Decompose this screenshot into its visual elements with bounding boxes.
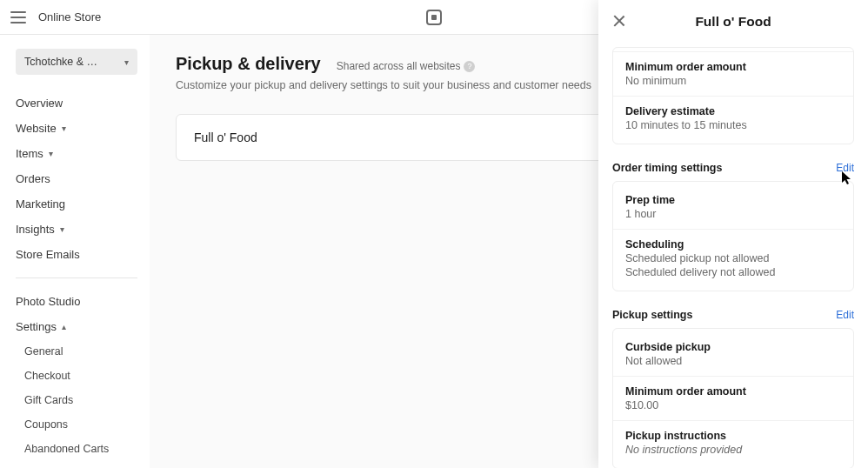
chevron-up-icon: ▴ (62, 322, 66, 331)
sidebar-item-insights[interactable]: Insights ▾ (16, 217, 137, 242)
square-logo-icon (426, 10, 442, 25)
sidebar-sub-abandoned-carts[interactable]: Abandoned Carts (16, 437, 137, 461)
shared-scope-text: Shared across all websites (337, 60, 461, 72)
site-switcher[interactable]: Tchotchke & Hu... ▾ (16, 49, 137, 75)
sidebar-item-label: Settings (16, 320, 57, 333)
sidebar-item-label: Website (16, 122, 57, 135)
field-value: 1 hour (625, 208, 841, 220)
chevron-down-icon: ▾ (124, 57, 129, 67)
chevron-down-icon: ▾ (49, 149, 53, 158)
panel-title: Full o' Food (695, 14, 771, 30)
pickup-card: Curbside pickup Not allowed Minimum orde… (612, 328, 854, 468)
location-card[interactable]: Full o' Food (176, 114, 645, 161)
sidebar-item-label: Insights (16, 223, 55, 236)
sidebar-item-settings[interactable]: Settings ▴ (16, 314, 137, 339)
field-value: $10.00 (625, 399, 841, 411)
sidebar: Tchotchke & Hu... ▾ Overview Website ▾ I… (0, 35, 150, 468)
sidebar-item-label: Overview (16, 97, 63, 110)
sidebar-item-overview[interactable]: Overview (16, 90, 137, 116)
sidebar-item-items[interactable]: Items ▾ (16, 141, 137, 166)
section-title-order-timing: Order timing settings (612, 162, 722, 174)
field-label: Curbside pickup (625, 341, 841, 353)
sidebar-item-label: Photo Studio (16, 295, 80, 308)
field-label: Minimum order amount (625, 61, 841, 73)
sidebar-sub-checkout[interactable]: Checkout (16, 364, 137, 388)
sidebar-sub-coupons[interactable]: Coupons (16, 412, 137, 437)
section-title-pickup: Pickup settings (612, 309, 692, 321)
field-value: No minimum (625, 75, 841, 87)
page-title: Pickup & delivery (176, 54, 321, 74)
details-panel: Full o' Food Minimum order amount No min… (598, 0, 868, 468)
field-value: Scheduled pickup not allowed (625, 252, 841, 264)
edit-pickup-link[interactable]: Edit (836, 309, 854, 321)
app-brand: Online Store (38, 10, 101, 23)
sidebar-item-label: Marketing (16, 197, 65, 211)
sidebar-sub-gift-cards[interactable]: Gift Cards (16, 388, 137, 412)
sidebar-item-orders[interactable]: Orders (16, 166, 137, 191)
delivery-settings-card: Minimum order amount No minimum Delivery… (612, 47, 854, 144)
sidebar-item-photo-studio[interactable]: Photo Studio (16, 289, 137, 314)
field-label: Pickup instructions (625, 430, 841, 442)
field-value: 10 minutes to 15 minutes (625, 119, 841, 131)
menu-icon[interactable] (10, 11, 26, 23)
edit-order-timing-link[interactable]: Edit (836, 162, 854, 174)
sidebar-sub-general[interactable]: General (16, 339, 137, 364)
page-subtitle: Customize your pickup and delivery setti… (176, 79, 645, 91)
sidebar-item-label: Orders (16, 172, 50, 185)
sidebar-item-marketing[interactable]: Marketing (16, 191, 137, 217)
field-value: Scheduled delivery not allowed (625, 266, 841, 278)
order-timing-card: Prep time 1 hour Scheduling Scheduled pi… (612, 181, 854, 291)
sidebar-item-website[interactable]: Website ▾ (16, 116, 137, 141)
location-card-title: Full o' Food (194, 130, 627, 144)
chevron-down-icon: ▾ (60, 224, 64, 234)
field-label: Minimum order amount (625, 385, 841, 398)
shared-scope-label: Shared across all websites ? (337, 60, 476, 72)
field-label: Delivery estimate (625, 105, 841, 117)
sidebar-item-label: Items (16, 147, 43, 160)
help-icon[interactable]: ? (464, 61, 475, 72)
divider (16, 277, 137, 278)
site-switcher-label: Tchotchke & Hu... (24, 56, 101, 68)
field-value: No instructions provided (625, 444, 841, 456)
field-label: Scheduling (625, 238, 841, 251)
sidebar-item-label: Store Emails (16, 248, 80, 261)
field-value: Not allowed (625, 355, 841, 367)
chevron-down-icon: ▾ (62, 124, 66, 133)
sidebar-item-store-emails[interactable]: Store Emails (16, 242, 137, 267)
close-icon[interactable] (612, 14, 626, 28)
field-label: Prep time (625, 194, 841, 206)
